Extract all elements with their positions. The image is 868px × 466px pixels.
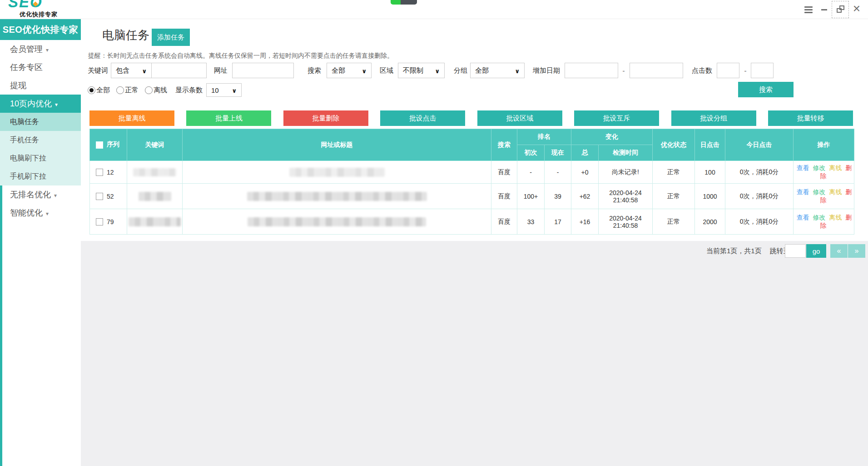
sidebar-brand: SEO优化快排专家 xyxy=(0,19,81,40)
row-checkbox[interactable] xyxy=(96,218,103,225)
selected-value: 包含 xyxy=(116,66,129,75)
sidebar-subitem-mobile-tasks[interactable]: 手机任务 xyxy=(0,131,81,149)
batch-offline-button[interactable]: 批量离线 xyxy=(89,110,174,126)
sidebar-subitem-pc-tasks[interactable]: 电脑任务 xyxy=(0,113,81,131)
sidebar-subitem-label: 电脑任务 xyxy=(10,117,39,127)
blurred-keyword xyxy=(129,217,181,226)
sidebar-subitem-mobile-dropdown[interactable]: 手机刷下拉 xyxy=(0,167,81,185)
row-status: 正常 xyxy=(653,209,695,235)
region-select[interactable]: 不限制 xyxy=(398,63,445,78)
sidebar-item-top10-optimization[interactable]: 10页内优化 xyxy=(0,95,81,113)
row-change-total: +0 xyxy=(571,161,599,184)
select-all-checkbox[interactable] xyxy=(96,141,103,149)
pagination-prev-button[interactable]: « xyxy=(830,244,848,258)
view-link[interactable]: 查看 xyxy=(797,188,809,195)
batch-set-group-button[interactable]: 批设分组 xyxy=(671,110,756,126)
header-keyword: 关键词 xyxy=(127,129,183,161)
restore-button[interactable] xyxy=(832,1,849,18)
sidebar-item-label: 无排名优化 xyxy=(10,189,51,200)
filter-row: 关键词 包含 网址 搜索 全部 区域 不限制 分组 全部 增加日 xyxy=(88,63,774,78)
pagination-go-button[interactable]: go xyxy=(806,244,826,258)
capture-dark-segment xyxy=(401,0,417,5)
blurred-keyword xyxy=(133,168,176,176)
batch-set-region-button[interactable]: 批设区域 xyxy=(477,110,562,126)
sidebar-subitem-pc-dropdown[interactable]: 电脑刷下拉 xyxy=(0,149,81,167)
view-link[interactable]: 查看 xyxy=(797,164,809,171)
window-controls xyxy=(801,0,864,19)
status-radio-offline[interactable]: 离线 xyxy=(145,86,167,95)
header-engine: 搜索 xyxy=(491,129,517,161)
sidebar-item-norank-optimization[interactable]: 无排名优化 xyxy=(0,185,81,204)
caret-down-icon xyxy=(52,99,58,109)
screen-capture-pill xyxy=(391,0,417,5)
row-seq: 79 xyxy=(107,218,114,225)
edit-link[interactable]: 修改 xyxy=(813,164,826,171)
page-size-label: 显示条数 xyxy=(175,86,203,95)
search-button[interactable]: 搜索 xyxy=(738,82,794,97)
menu-list-icon[interactable] xyxy=(801,2,816,17)
batch-transfer-button[interactable]: 批量转移 xyxy=(768,110,853,126)
notice-text: 提醒：长时间无点击任务系统会自动离线。离线任务仅保留一周，若短时间内不需要点击的… xyxy=(88,52,393,60)
row-checkbox[interactable] xyxy=(96,193,103,200)
clicks-to-input[interactable] xyxy=(751,63,774,78)
offline-link[interactable]: 离线 xyxy=(829,188,842,195)
close-button[interactable] xyxy=(849,2,864,17)
offline-link[interactable]: 离线 xyxy=(829,164,842,171)
engine-label: 搜索 xyxy=(308,66,321,75)
keyword-input[interactable] xyxy=(151,63,207,78)
keyword-mode-select[interactable]: 包含 xyxy=(111,63,152,78)
batch-set-clicks-button[interactable]: 批设点击 xyxy=(380,110,465,126)
view-link[interactable]: 查看 xyxy=(797,214,809,221)
add-task-button[interactable]: 添加任务 xyxy=(152,29,190,46)
status-radio-all[interactable]: 全部 xyxy=(88,86,110,95)
group-select[interactable]: 全部 xyxy=(470,63,525,78)
date-from-input[interactable] xyxy=(565,63,618,78)
row-seq: 12 xyxy=(107,169,114,176)
url-input[interactable] xyxy=(232,63,294,78)
header-change-group: 变化 xyxy=(571,129,653,145)
radio-icon xyxy=(116,86,124,94)
clicks-from-input[interactable] xyxy=(717,63,739,78)
url-label: 网址 xyxy=(214,66,228,75)
engine-select[interactable]: 全部 xyxy=(327,63,372,78)
blurred-url xyxy=(247,192,427,201)
pagination-page-input[interactable] xyxy=(785,244,806,258)
sidebar-item-member-management[interactable]: 会员管理 xyxy=(0,40,81,58)
radio-label: 离线 xyxy=(154,86,167,95)
date-to-input[interactable] xyxy=(630,63,683,78)
row-rank-now: - xyxy=(545,161,571,184)
header-actions: 操作 xyxy=(794,129,854,161)
batch-online-button[interactable]: 批量上线 xyxy=(186,110,271,126)
header-rank-first: 初次 xyxy=(517,145,545,161)
radio-label: 全部 xyxy=(96,86,110,95)
row-today-clicks: 0次，消耗0分 xyxy=(725,209,794,235)
row-seq: 52 xyxy=(107,193,114,200)
radio-label: 正常 xyxy=(125,86,139,95)
batch-set-exclusion-button[interactable]: 批设互斥 xyxy=(574,110,659,126)
chevron-down-icon xyxy=(362,67,367,75)
header-rank-group: 排名 xyxy=(517,129,571,145)
batch-delete-button[interactable]: 批量删除 xyxy=(283,110,368,126)
app-window: SEO 优化快排专家 SEO优化快排专家 会员管理 任务专区 提现 10页内优化 xyxy=(0,0,868,466)
status-radio-normal[interactable]: 正常 xyxy=(116,86,139,95)
pagination-summary: 当前第1页，共1页 xyxy=(706,247,762,255)
capture-green-segment xyxy=(391,0,401,5)
row-daily-clicks: 100 xyxy=(695,161,725,184)
edit-link[interactable]: 修改 xyxy=(813,214,826,221)
pagination-next-button[interactable]: » xyxy=(848,244,865,258)
sidebar-item-withdraw[interactable]: 提现 xyxy=(0,76,81,95)
header-daily-clicks: 日点击 xyxy=(695,129,725,161)
row-checkbox[interactable] xyxy=(96,169,103,176)
sidebar-item-label: 会员管理 xyxy=(10,44,43,55)
page-size-select[interactable]: 10 xyxy=(206,83,242,97)
minimize-button[interactable] xyxy=(816,2,832,17)
edit-link[interactable]: 修改 xyxy=(813,188,826,195)
offline-link[interactable]: 离线 xyxy=(829,214,842,221)
sidebar-item-smart-optimization[interactable]: 智能优化 xyxy=(0,204,81,222)
row-daily-clicks: 1000 xyxy=(695,184,725,209)
blurred-url xyxy=(289,168,385,177)
sidebar-submenu: 电脑任务 手机任务 电脑刷下拉 手机刷下拉 xyxy=(0,113,81,185)
sidebar-item-task-zone[interactable]: 任务专区 xyxy=(0,58,81,76)
sidebar-item-label: 提现 xyxy=(10,80,26,91)
region-label: 区域 xyxy=(380,66,393,75)
